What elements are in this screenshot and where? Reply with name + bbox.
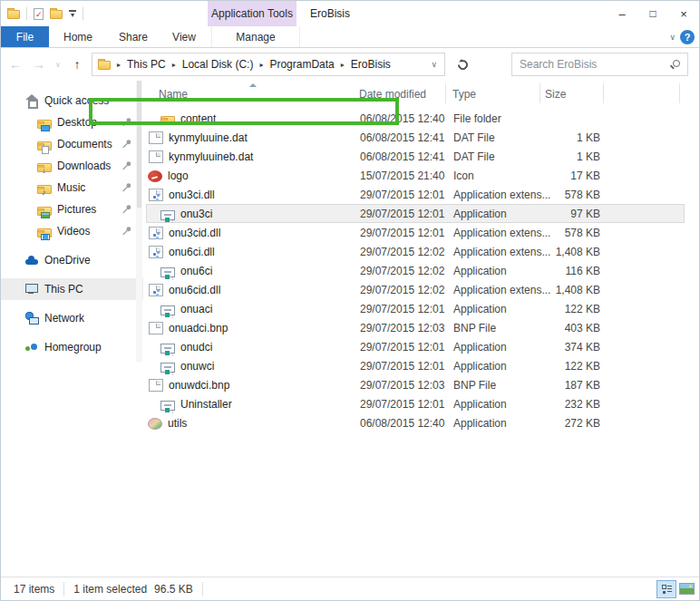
sidebar-item-desktop[interactable]: Desktop (1, 111, 143, 133)
back-button[interactable]: ← (6, 48, 24, 81)
file-row-onuaci[interactable]: onuaci 29/07/2015 12:01 Application 122 … (146, 299, 685, 318)
column-header-size[interactable]: Size (545, 88, 566, 101)
file-size: 122 KB (510, 303, 600, 315)
file-row-onu6ci-dll[interactable]: onu6ci.dll 29/07/2015 12:02 Application … (146, 242, 685, 261)
tab-view[interactable]: View (164, 26, 204, 47)
file-row-kynmyluuine-dat[interactable]: kynmyluuine.dat 06/08/2015 12:41 DAT Fil… (146, 128, 685, 147)
file-row-onu3cid-dll[interactable]: onu3cid.dll 29/07/2015 12:01 Application… (146, 223, 685, 242)
tab-file[interactable]: File (1, 26, 49, 47)
minimize-button[interactable]: – (607, 1, 637, 26)
onedrive-cloud-icon (24, 253, 39, 267)
file-name: onu3ci.dll (169, 189, 215, 201)
customize-toolbar-icon[interactable]: ▾ (69, 10, 76, 18)
sidebar-item-downloads[interactable]: Downloads (1, 155, 143, 177)
search-icon[interactable] (673, 60, 680, 67)
file-row-onu3ci[interactable]: onu3ci 29/07/2015 12:01 Application 97 K… (146, 204, 685, 223)
file-row-onudci[interactable]: onudci 29/07/2015 12:01 Application 374 … (146, 337, 685, 356)
address-dropdown-icon[interactable]: ∨ (431, 60, 439, 69)
file-date-modified: 15/07/2015 21:40 (360, 170, 444, 182)
file-size: 374 KB (510, 341, 600, 354)
file-type: BNP File (453, 379, 496, 392)
tab-manage[interactable]: Manage (211, 26, 300, 47)
column-divider[interactable] (540, 83, 540, 103)
column-divider[interactable] (603, 83, 604, 103)
status-separator (63, 582, 64, 596)
file-row-content[interactable]: content 06/08/2015 12:40 File folder (146, 109, 685, 128)
new-folder-icon[interactable] (50, 10, 63, 19)
file-date-modified: 06/08/2015 12:40 (360, 112, 444, 125)
sidebar-item-homegroup[interactable]: Homegroup (1, 336, 143, 358)
maximize-button[interactable]: □ (637, 1, 668, 26)
sidebar-item-this-pc[interactable]: This PC (1, 278, 143, 300)
file-name: onuwci (180, 360, 214, 373)
sidebar-scrollbar[interactable] (136, 81, 142, 362)
file-size: 1,408 KB (510, 246, 600, 258)
breadcrumb-programdata[interactable]: ProgramData (269, 58, 334, 71)
quick-access-home-icon (24, 93, 39, 108)
file-name: content (180, 112, 216, 125)
file-row-onu6ci[interactable]: onu6ci 29/07/2015 12:02 Application 116 … (146, 261, 685, 280)
sidebar-item-music[interactable]: Music (1, 177, 143, 199)
thumbnails-view-button[interactable] (679, 583, 695, 595)
file-name: utils (168, 417, 187, 430)
file-date-modified: 06/08/2015 12:40 (360, 417, 444, 430)
tab-share[interactable]: Share (112, 26, 155, 47)
folder-icon (160, 116, 175, 125)
breadcrumb-erobisis[interactable]: EroBisis (351, 58, 391, 71)
quick-access-toolbar: ▾ (1, 7, 83, 20)
tab-home[interactable]: Home (55, 26, 101, 47)
address-bar[interactable]: ▸ This PC ▸ Local Disk (C:) ▸ ProgramDat… (92, 53, 445, 76)
dll-icon (149, 246, 163, 258)
file-row-onuwci[interactable]: onuwci 29/07/2015 12:01 Application 122 … (146, 356, 685, 375)
sidebar-item-quick-access[interactable]: Quick access (1, 90, 143, 111)
file-row-onu3ci-dll[interactable]: onu3ci.dll 29/07/2015 12:01 Application … (146, 185, 685, 204)
toolbar-separator (83, 7, 83, 20)
pin-icon (122, 117, 132, 128)
contextual-tab-application-tools[interactable]: Application Tools (208, 1, 297, 26)
file-row-onu6cid-dll[interactable]: onu6cid.dll 29/07/2015 12:02 Application… (146, 280, 685, 299)
sidebar-item-onedrive[interactable]: OneDrive (1, 249, 143, 271)
file-type: DAT File (453, 131, 495, 144)
file-date-modified: 06/08/2015 12:41 (360, 150, 444, 163)
sidebar-item-network[interactable]: Network (1, 307, 143, 329)
search-input[interactable] (520, 58, 667, 71)
sidebar-item-documents[interactable]: Documents (1, 133, 143, 155)
file-row-logo[interactable]: logo 15/07/2015 21:40 Icon 17 KB (146, 166, 685, 185)
file-row-kynmyluuineb-dat[interactable]: kynmyluuineb.dat 06/08/2015 12:41 DAT Fi… (146, 147, 685, 166)
up-button[interactable]: ↑ (68, 48, 86, 81)
file-row-onuwdci-bnp[interactable]: onuwdci.bnp 29/07/2015 12:03 BNP File 18… (146, 375, 685, 394)
expand-ribbon-button[interactable]: ∨ (669, 26, 676, 48)
sidebar-item-label: Quick access (44, 94, 109, 107)
chevron-down-icon: ∨ (669, 33, 676, 42)
help-button[interactable]: ? (680, 30, 695, 44)
close-button[interactable]: × (668, 1, 699, 26)
sidebar-item-label: Documents (57, 138, 112, 150)
sidebar-item-videos[interactable]: Videos (1, 220, 143, 242)
folder-icon[interactable] (7, 10, 20, 19)
breadcrumb-local-disk-c[interactable]: Local Disk (C:) (182, 58, 254, 71)
chevron-down-icon: ▾ (71, 13, 74, 18)
details-view-button[interactable] (656, 580, 676, 598)
recent-locations-button[interactable]: ∨ (52, 48, 64, 81)
minimize-icon: – (618, 7, 625, 21)
scrollbar-thumb[interactable] (137, 81, 141, 208)
column-divider[interactable] (445, 83, 446, 103)
sidebar-item-pictures[interactable]: Pictures (1, 199, 143, 220)
breadcrumb-this-pc[interactable]: This PC (127, 58, 166, 71)
column-header-name[interactable]: Name (159, 88, 188, 101)
column-header-type[interactable]: Type (452, 88, 476, 101)
file-row-onuadci-bnp[interactable]: onuadci.bnp 29/07/2015 12:03 BNP File 40… (146, 318, 685, 337)
app-icon (160, 210, 175, 220)
file-row-utils[interactable]: utils 06/08/2015 12:40 Application 272 K… (146, 413, 685, 432)
file-size: 97 KB (510, 208, 600, 220)
refresh-button[interactable] (452, 53, 473, 76)
view-mode-buttons (656, 580, 695, 598)
column-divider[interactable] (679, 83, 680, 103)
status-bar: 17 items 1 item selected 96.5 KB (1, 577, 699, 600)
forward-button[interactable]: → (30, 48, 48, 81)
properties-icon[interactable] (34, 8, 44, 20)
file-row-uninstaller[interactable]: Uninstaller 29/07/2015 12:01 Application… (146, 394, 685, 413)
file-date-modified: 06/08/2015 12:41 (360, 131, 444, 144)
column-header-date-modified[interactable]: Date modified (359, 88, 426, 101)
selection-size: 96.5 KB (154, 583, 193, 596)
